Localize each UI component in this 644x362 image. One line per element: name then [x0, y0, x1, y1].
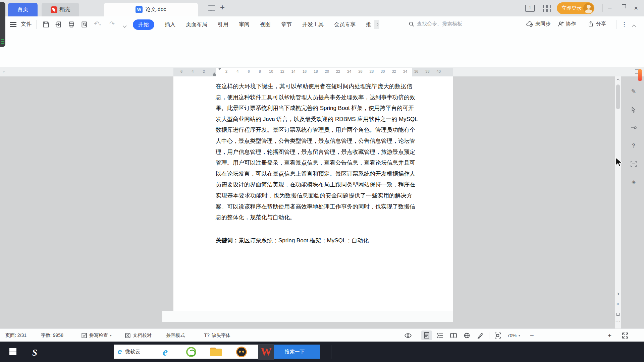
- menu-tab-4[interactable]: 引用: [218, 21, 228, 28]
- apps-grid-icon[interactable]: [543, 5, 551, 12]
- save-icon[interactable]: [42, 21, 50, 29]
- next-page-icon[interactable]: «: [615, 300, 621, 306]
- zoom-in-icon[interactable]: +: [608, 329, 611, 342]
- ink-pen-icon[interactable]: [475, 330, 486, 340]
- document-text[interactable]: 在这样的大环境下诞生，其可以帮助使用者在短时间内处理完毕庞大的数据信息，使用这种…: [216, 81, 412, 246]
- ie-app-icon[interactable]: e: [157, 344, 173, 360]
- read-mode-icon[interactable]: [448, 330, 459, 340]
- menu-tab-8[interactable]: 开发工具: [302, 21, 324, 28]
- proofread-icon: [125, 333, 131, 339]
- screen-edge-widget[interactable]: [0, 2, 5, 47]
- tab-home[interactable]: 首页: [8, 3, 38, 16]
- tab-selector-icon[interactable]: ⌐: [3, 69, 5, 74]
- tab-document[interactable]: W 论文.doc: [104, 3, 198, 16]
- menu-tab-5[interactable]: 审阅: [239, 21, 250, 28]
- first-line-indent-marker[interactable]: [218, 68, 221, 70]
- doc-line: 以在论坛发言，可以在景点信息上留言和预定。景区订票系统的开发根据操作人: [216, 169, 412, 180]
- doc-line: 发大型商业网站的 Java 语言，以及最受欢迎的 RDBMS 应用软件之一的 M…: [216, 114, 412, 125]
- print-preview-icon[interactable]: [80, 21, 88, 29]
- menu-tabs: 开始插入页面布局引用审阅视图章节开发工具会员专享推: [133, 16, 379, 33]
- ruler-label: 38: [425, 69, 429, 73]
- proofread-button[interactable]: 文档校对: [125, 329, 152, 342]
- zoom-out-icon[interactable]: −: [530, 329, 534, 342]
- fit-page-icon[interactable]: [492, 330, 503, 340]
- zoom-level[interactable]: 70%▾: [507, 329, 520, 342]
- ruler-label: 22: [336, 69, 340, 73]
- outline-view-icon[interactable]: [435, 330, 445, 340]
- cast-screen-icon[interactable]: [208, 5, 215, 11]
- login-button[interactable]: 立即登录: [557, 2, 594, 14]
- eye-protect-icon[interactable]: [402, 330, 413, 340]
- minimize-button[interactable]: −: [608, 4, 612, 12]
- horizontal-ruler[interactable]: ⌐ 64224681012141618202224262830323436384…: [0, 67, 644, 76]
- pointer-tool-icon[interactable]: [629, 105, 639, 115]
- left-indent-marker[interactable]: [213, 75, 216, 76]
- print-icon[interactable]: [68, 21, 75, 29]
- menu-bar: 文件 ↶▾ ↷ 开始插入页面布局引用审阅视图章节开发工具会员专享推 查找命令、搜…: [0, 16, 644, 33]
- share-label: 分享: [596, 21, 606, 27]
- hamburger-menu-icon[interactable]: [10, 22, 16, 27]
- document-canvas[interactable]: 在这样的大环境下诞生，其可以帮助使用者在短时间内处理完毕庞大的数据信息，使用这种…: [0, 76, 644, 328]
- file-menu[interactable]: 文件: [21, 21, 32, 28]
- wps-app-icon[interactable]: W: [258, 344, 274, 360]
- collapse-ribbon-icon[interactable]: [633, 23, 635, 29]
- ruler-label: 34: [403, 69, 407, 73]
- vertical-scrollbar[interactable]: « « ⋯: [615, 76, 621, 328]
- fullscreen-icon[interactable]: [620, 330, 631, 340]
- taskbar-app-s-icon[interactable]: S: [32, 348, 37, 358]
- previous-page-icon[interactable]: «: [615, 291, 621, 297]
- ocr-scan-tool-icon[interactable]: [629, 159, 639, 169]
- collaborate-button[interactable]: 协作: [557, 21, 576, 27]
- label-tag-icon[interactable]: ◈: [629, 177, 639, 187]
- scrollbar-thumb[interactable]: [616, 84, 620, 109]
- cat-app-icon[interactable]: [233, 344, 249, 360]
- doc-line: 息的整体化，规范化与自动化。: [216, 212, 412, 223]
- select-browse-object-icon[interactable]: [615, 311, 621, 317]
- share-button[interactable]: 分享: [588, 21, 606, 27]
- word-count[interactable]: 字数: 9958: [41, 329, 63, 342]
- close-button[interactable]: ×: [634, 4, 638, 12]
- ruler-label: 24: [347, 69, 351, 73]
- web-view-icon[interactable]: [462, 330, 472, 340]
- tab-document-label: 论文.doc: [145, 6, 166, 13]
- hanging-indent-marker[interactable]: [213, 72, 216, 75]
- promo-hot-strip[interactable]: [638, 69, 642, 81]
- compat-mode[interactable]: 兼容模式: [166, 329, 185, 342]
- menu-tab-3[interactable]: 页面布局: [186, 21, 207, 28]
- missing-font-button[interactable]: T? 缺失字体: [204, 329, 230, 342]
- taskbar-search-button[interactable]: 搜索一下: [269, 345, 320, 359]
- document-page[interactable]: 在这样的大环境下诞生，其可以帮助使用者在短时间内处理完毕庞大的数据信息，使用这种…: [173, 76, 453, 311]
- page-view-icon[interactable]: [421, 330, 432, 340]
- help-icon[interactable]: ?: [629, 141, 639, 151]
- menu-tabs-overflow-chevron[interactable]: [374, 20, 379, 29]
- tab-docer[interactable]: 稻壳: [42, 3, 79, 16]
- doc-line: 人中心，景点类型管理，公告类型管理，景点信息管理，公告信息管理，论坛管: [216, 136, 412, 147]
- undo-icon[interactable]: ↶▾: [94, 20, 101, 27]
- sync-status[interactable]: 未同步: [526, 21, 550, 27]
- menu-tab-1[interactable]: 开始: [133, 19, 154, 30]
- page-indicator[interactable]: 页面: 2/31: [5, 329, 26, 342]
- restore-button[interactable]: [621, 6, 625, 10]
- menu-tab-10[interactable]: 推: [366, 21, 371, 28]
- spellcheck-toggle[interactable]: 拼写检查▾: [81, 329, 112, 342]
- edit-pen-tool-icon[interactable]: ✎: [629, 86, 639, 97]
- more-options-icon[interactable]: ⋮: [621, 21, 627, 28]
- start-button-icon[interactable]: [9, 348, 16, 355]
- file-explorer-icon[interactable]: [208, 344, 224, 360]
- menu-tab-2[interactable]: 插入: [165, 21, 175, 28]
- scroll-up-icon[interactable]: [615, 77, 621, 83]
- scrollbar-more-icon[interactable]: ⋯: [615, 318, 621, 324]
- menu-tab-7[interactable]: 章节: [281, 21, 292, 28]
- ruler-label: 8: [259, 69, 261, 73]
- window-manage-icon[interactable]: 1: [525, 5, 535, 12]
- redo-icon[interactable]: ↷: [109, 20, 115, 27]
- seamless-line-tool-icon[interactable]: [629, 123, 639, 133]
- ruler-label: 26: [358, 69, 362, 73]
- browser-360-app-icon[interactable]: [183, 344, 199, 360]
- command-search[interactable]: 查找命令、搜索模板: [409, 21, 462, 27]
- menu-tab-9[interactable]: 会员专享: [334, 21, 356, 28]
- menu-tab-6[interactable]: 视图: [260, 21, 271, 28]
- export-icon[interactable]: [55, 21, 62, 29]
- quick-access-chevron-icon[interactable]: [123, 22, 126, 28]
- new-tab-button[interactable]: +: [220, 3, 225, 12]
